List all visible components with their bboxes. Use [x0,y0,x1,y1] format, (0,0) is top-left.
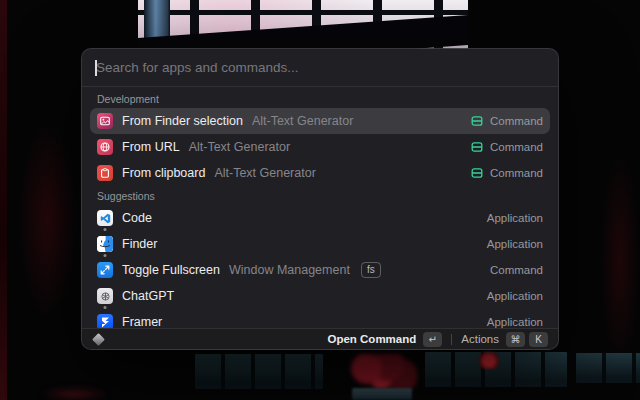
alias-badge: fs [361,262,381,278]
chatgpt-icon [97,288,113,304]
item-title: Toggle Fullscreen [122,263,220,277]
item-accessory: Application [487,316,543,328]
launcher-window: Development From Finder selection Alt-Te… [81,48,559,350]
item-type-label: Command [490,141,543,153]
item-type-label: Application [487,212,543,224]
item-type-label: Command [490,167,543,179]
search-bar [82,49,558,87]
item-accessory: Command [471,115,543,127]
list-item[interactable]: From clipboard Alt-Text Generator Comman… [90,160,550,186]
finder-icon [97,236,113,252]
item-subtitle: Alt-Text Generator [214,166,315,180]
action-bar: Open Command ↵ Actions ⌘ K [82,328,558,349]
item-accessory: Command [471,141,543,153]
item-type-label: Application [487,316,543,328]
item-accessory: Application [487,238,543,250]
framer-icon [97,314,113,328]
item-type-label: Command [490,264,543,276]
command-green-icon [471,141,483,153]
item-title: From clipboard [122,166,205,180]
enter-key-badge: ↵ [423,332,442,347]
list-item[interactable]: Code Application [90,205,550,231]
k-key-badge: K [529,332,548,347]
item-accessory: Command [471,167,543,179]
item-title: From URL [122,140,180,154]
command-green-icon [471,167,483,179]
image-gradient-icon [97,113,113,129]
globe-gradient-icon [97,139,113,155]
actions-button[interactable]: Actions [461,333,499,345]
item-accessory: Application [487,212,543,224]
item-title: Framer [122,315,162,328]
item-title: From Finder selection [122,114,243,128]
item-subtitle: Alt-Text Generator [189,140,290,154]
primary-action-label[interactable]: Open Command [327,333,416,345]
search-input[interactable] [96,60,544,75]
bright-window [138,0,468,49]
curtain-red-strip [0,0,7,400]
footer-divider [451,334,452,345]
red-accent [478,352,500,369]
planter [352,388,412,400]
teal-window [576,353,640,383]
list-item[interactable]: ChatGPT Application [90,283,550,309]
item-type-label: Application [487,238,543,250]
list-item[interactable]: From URL Alt-Text Generator Command [90,134,550,160]
list-item[interactable]: Finder Application [90,231,550,257]
results-list: Development From Finder selection Alt-Te… [82,87,558,328]
section-header-development: Development [90,89,550,108]
item-subtitle: Alt-Text Generator [252,114,353,128]
red-glow-right [600,150,640,370]
list-item[interactable]: Toggle Fullscreen Window Management fs C… [90,257,550,283]
item-type-label: Command [490,115,543,127]
text-caret [95,60,97,76]
teal-window [195,354,323,389]
item-subtitle: Window Management [229,263,350,277]
section-header-suggestions: Suggestions [90,186,550,205]
screen: Development From Finder selection Alt-Te… [0,0,640,400]
vscode-icon [97,210,113,226]
command-green-icon [471,115,483,127]
item-title: ChatGPT [122,289,174,303]
list-item[interactable]: Framer Application [90,309,550,328]
item-title: Code [122,211,152,225]
fullscreen-icon [97,262,113,278]
item-accessory: Command [490,264,543,276]
raycast-logo-icon [92,333,105,346]
item-type-label: Application [487,290,543,302]
red-flowers [345,354,417,390]
red-glow-left [18,120,78,320]
cmd-key-badge: ⌘ [506,332,525,347]
clipboard-gradient-icon [97,165,113,181]
red-glow-bottom [40,388,110,400]
bottom-scene [0,350,640,400]
item-title: Finder [122,237,157,251]
item-accessory: Application [487,290,543,302]
list-item[interactable]: From Finder selection Alt-Text Generator… [90,108,550,134]
